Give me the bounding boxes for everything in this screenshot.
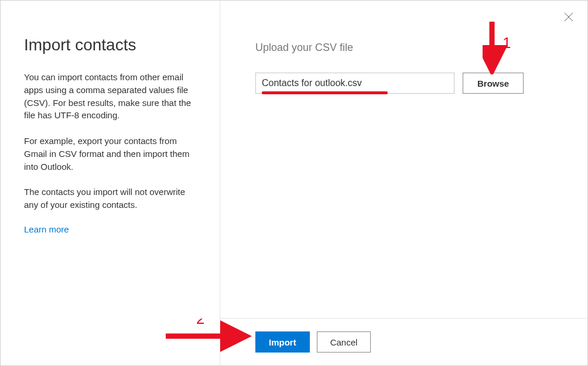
learn-more-link[interactable]: Learn more <box>24 224 69 234</box>
import-contacts-dialog: Import contacts You can import contacts … <box>0 0 588 366</box>
main-content: Upload your CSV file Browse <box>220 1 587 318</box>
cancel-button[interactable]: Cancel <box>317 331 371 353</box>
description-para-2: For example, export your contacts from G… <box>24 135 196 173</box>
file-path-input[interactable] <box>255 73 454 94</box>
sidebar: Import contacts You can import contacts … <box>1 1 220 365</box>
close-button[interactable] <box>562 10 576 24</box>
browse-button[interactable]: Browse <box>463 73 524 94</box>
file-row: Browse <box>255 73 552 94</box>
dialog-footer: Import Cancel <box>220 318 587 365</box>
description-para-1: You can import contacts from other email… <box>24 71 196 122</box>
upload-label: Upload your CSV file <box>255 42 552 54</box>
import-button[interactable]: Import <box>255 331 310 353</box>
main-panel: Upload your CSV file Browse Import Cance… <box>220 1 587 365</box>
close-icon <box>564 12 573 22</box>
dialog-title: Import contacts <box>24 36 196 54</box>
description-para-3: The contacts you import will not overwri… <box>24 186 196 211</box>
